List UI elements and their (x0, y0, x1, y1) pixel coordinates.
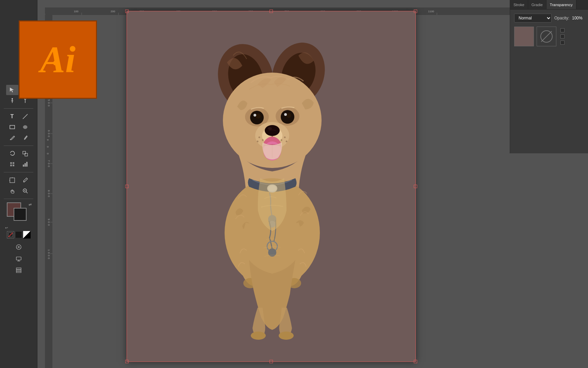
svg-point-108 (265, 125, 280, 136)
svg-point-117 (281, 139, 282, 141)
layer-thumbnail[interactable] (514, 27, 534, 46)
svg-point-129 (279, 332, 294, 340)
svg-point-104 (254, 114, 256, 117)
chart-tool[interactable] (19, 159, 31, 169)
svg-text:100: 100 (74, 10, 79, 13)
svg-text:0: 0 (47, 136, 50, 137)
svg-text:0: 0 (47, 252, 50, 254)
no-effect-thumbnail[interactable] (537, 27, 556, 46)
tool-section-utility (0, 174, 37, 197)
knockout-group-checkbox[interactable] (560, 34, 565, 39)
right-panel: Stroke Gradie Transparency Normal Multip… (510, 0, 588, 153)
line-tool[interactable] (19, 111, 31, 122)
text-tool-icon: T (11, 113, 14, 120)
svg-rect-10 (23, 151, 26, 154)
rect-tool[interactable] (6, 122, 18, 132)
handle-bot-right[interactable] (414, 360, 417, 363)
handle-mid-right[interactable] (414, 185, 417, 188)
divider-1 (4, 108, 33, 109)
blend-mode-select[interactable]: Normal Multiply Screen Overlay Darken Li… (514, 14, 552, 22)
reset-colors-button[interactable]: ↩ (5, 226, 8, 230)
svg-rect-14 (10, 165, 12, 166)
tab-stroke[interactable]: Stroke (510, 0, 528, 9)
dog-illustration (183, 21, 360, 349)
swap-colors-button[interactable]: ⇌ (29, 202, 32, 207)
hand-tool[interactable] (6, 186, 18, 196)
svg-text:0: 0 (47, 102, 50, 104)
text-tool[interactable]: T (6, 111, 18, 122)
ellipse-tool[interactable] (19, 122, 31, 132)
background-swatch[interactable] (14, 208, 27, 221)
pen-tool[interactable] (6, 95, 18, 106)
svg-text:0: 0 (46, 153, 49, 154)
ai-logo-dot (53, 61, 58, 65)
eyedropper-tool[interactable] (19, 175, 31, 185)
svg-point-103 (287, 113, 291, 118)
layers-panel-tool[interactable] (13, 265, 25, 275)
stroke-indicator[interactable] (15, 231, 22, 239)
ai-logo: Ai (19, 20, 97, 99)
gradient-indicator[interactable] (23, 231, 31, 239)
handle-top-left[interactable] (125, 10, 129, 13)
svg-text:0: 0 (47, 224, 50, 226)
select-tool[interactable] (6, 85, 18, 95)
svg-text:0: 0 (47, 221, 50, 223)
svg-point-7 (23, 125, 27, 129)
svg-text:1100: 1100 (428, 10, 434, 13)
tool-section-transform (0, 148, 37, 170)
handle-bot-left[interactable] (125, 360, 129, 363)
handle-top-right[interactable] (414, 10, 417, 13)
stroke-fill-area (7, 231, 31, 239)
pencil-tool[interactable] (6, 133, 18, 143)
canvas-area: 100 200 300 400 500 600 700 (45, 7, 588, 368)
zoom-tool[interactable] (19, 186, 31, 196)
svg-point-105 (284, 113, 287, 116)
svg-text:9: 9 (47, 219, 50, 220)
opacity-mask-checkbox[interactable] (560, 41, 565, 45)
svg-text:5: 5 (47, 99, 50, 101)
svg-rect-6 (10, 125, 15, 129)
tab-transparency[interactable]: Transparency (546, 0, 576, 9)
rotate-tool[interactable] (6, 149, 18, 159)
svg-point-102 (256, 114, 261, 119)
svg-text:0: 0 (47, 196, 50, 197)
svg-text:1: 1 (47, 249, 50, 251)
svg-text:0: 0 (46, 146, 49, 148)
toolbar-left: Ai T (0, 0, 37, 368)
tab-gradient[interactable]: Gradie (528, 0, 546, 9)
panel-checkboxes (560, 28, 565, 45)
svg-rect-33 (16, 270, 21, 271)
artboard (127, 11, 416, 362)
svg-rect-29 (16, 257, 21, 260)
handle-bot-mid[interactable] (270, 360, 273, 363)
brush-tool[interactable] (19, 133, 31, 143)
no-effect-icon (540, 30, 553, 43)
svg-text:7: 7 (47, 160, 50, 162)
svg-point-116 (284, 137, 286, 138)
thumb-preview (514, 27, 534, 46)
handle-top-mid[interactable] (270, 10, 273, 13)
artboard-tool[interactable] (6, 175, 18, 185)
opacity-label: Opacity: (554, 16, 569, 20)
svg-text:4: 4 (46, 139, 49, 141)
svg-line-5 (23, 114, 28, 119)
dog-svg (183, 21, 360, 349)
handle-mid-left[interactable] (125, 185, 129, 188)
draw-inside-tool[interactable] (13, 242, 25, 252)
scale-tool[interactable] (19, 149, 31, 159)
symbol-tool[interactable] (6, 159, 18, 169)
isolate-blending-checkbox[interactable] (560, 28, 565, 32)
svg-text:0: 0 (47, 133, 50, 135)
svg-rect-34 (16, 271, 21, 273)
svg-point-28 (18, 246, 20, 248)
svg-point-115 (257, 141, 259, 142)
svg-point-114 (262, 139, 264, 141)
svg-point-118 (286, 141, 288, 142)
svg-rect-32 (16, 268, 21, 269)
svg-point-128 (251, 332, 266, 340)
divider-3 (4, 172, 33, 172)
svg-text:0: 0 (47, 163, 50, 165)
screen-mode-tool[interactable] (13, 254, 25, 264)
fill-none-indicator[interactable] (7, 231, 14, 239)
svg-rect-11 (25, 153, 28, 156)
